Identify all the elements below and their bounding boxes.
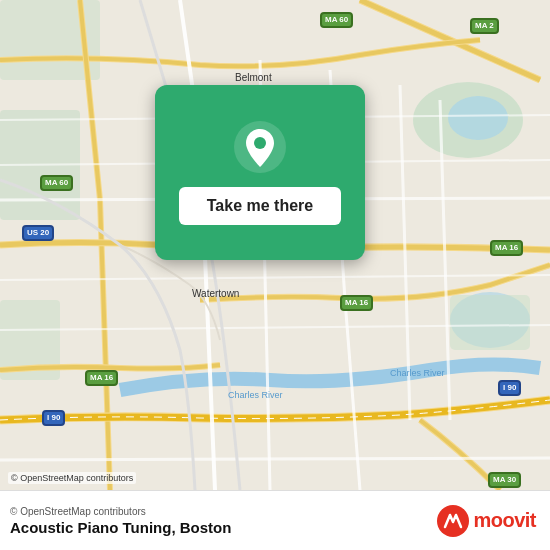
watertown-label: Watertown [192, 288, 239, 299]
location-pin-icon [234, 121, 286, 173]
svg-point-2 [448, 96, 508, 140]
badge-i90-left: I 90 [42, 410, 65, 426]
take-me-there-button[interactable]: Take me there [179, 187, 341, 225]
belmont-label: Belmont [235, 72, 272, 83]
badge-ma16-center: MA 16 [340, 295, 373, 311]
badge-us20: US 20 [22, 225, 54, 241]
charles-river-label2: Charles River [390, 368, 445, 378]
map-view[interactable]: Belmont Watertown Charles River Charles … [0, 0, 550, 490]
badge-ma30: MA 30 [488, 472, 521, 488]
badge-ma60-left: MA 60 [40, 175, 73, 191]
bottom-bar: © OpenStreetMap contributors Acoustic Pi… [0, 490, 550, 550]
badge-ma60-top: MA 60 [320, 12, 353, 28]
charles-river-label: Charles River [228, 390, 283, 400]
svg-rect-4 [450, 295, 530, 350]
badge-ma16-bottom: MA 16 [85, 370, 118, 386]
moovit-text: moovit [473, 509, 536, 532]
moovit-icon [437, 505, 469, 537]
bottom-left-info: © OpenStreetMap contributors Acoustic Pi… [10, 506, 231, 536]
moovit-logo: moovit [437, 505, 536, 537]
badge-i90-right: I 90 [498, 380, 521, 396]
osm-attribution: © OpenStreetMap contributors [10, 506, 231, 517]
place-name: Acoustic Piano Tuning, Boston [10, 519, 231, 536]
svg-point-9 [254, 137, 266, 149]
map-attribution: © OpenStreetMap contributors [8, 472, 136, 484]
badge-ma2: MA 2 [470, 18, 499, 34]
badge-ma16-right: MA 16 [490, 240, 523, 256]
location-card: Take me there [155, 85, 365, 260]
